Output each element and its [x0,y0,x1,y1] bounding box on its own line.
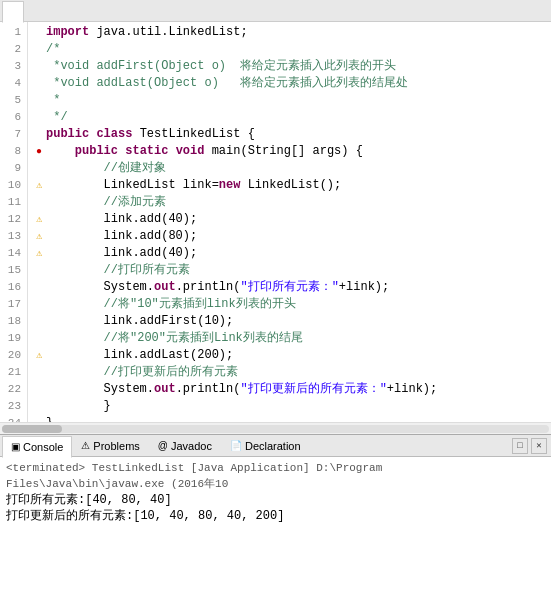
code-line: //添加元素 [32,194,551,211]
line-numbers: 1234567891011121314151617181920212223242… [0,22,28,422]
warning-icon: ⚠ [36,231,42,242]
code-token: * [46,93,60,107]
code-token: "打印更新后的所有元素：" [240,382,386,396]
code-token: +link); [387,382,437,396]
code-token: System. [46,280,154,294]
code-token: System. [46,382,154,396]
code-token: //打印所有元素 [46,263,190,277]
code-token: //打印更新后的所有元素 [46,365,238,379]
console-output-line: 打印更新后的所有元素:[10, 40, 80, 40, 200] [6,508,545,524]
close-panel-button[interactable]: ✕ [531,438,547,454]
editor-scrollbar[interactable] [0,422,551,434]
code-token: link.addLast(200); [46,348,233,362]
console-tab-label: Problems [93,440,139,452]
warning-icon: ⚠ [36,248,42,259]
code-token [168,144,175,158]
active-tab[interactable] [2,1,24,23]
code-line: ⚠ LinkedList link=new LinkedList(); [32,177,551,194]
code-token: static [125,144,168,158]
code-area: 1234567891011121314151617181920212223242… [0,22,551,422]
code-line: *void addLast(Object o) 将给定元素插入此列表的结尾处 [32,75,551,92]
code-line: //将"10"元素插到link列表的开头 [32,296,551,313]
code-line: //打印所有元素 [32,262,551,279]
code-token: link.addFirst(10); [46,314,233,328]
code-token: } [46,399,111,413]
code-line: //创建对象 [32,160,551,177]
editor-tab-bar [0,0,551,22]
breakpoint-icon: ● [36,146,42,157]
console-output-line: 打印所有元素:[40, 80, 40] [6,492,545,508]
code-line: *void addFirst(Object o) 将给定元素插入此列表的开头 [32,58,551,75]
code-lines[interactable]: import java.util.LinkedList;/* *void add… [28,22,551,422]
warning-icon: ⚠ [36,214,42,225]
code-token: .println( [176,382,241,396]
code-line: /* [32,41,551,58]
warning-icon: ⚠ [36,350,42,361]
minimize-button[interactable]: □ [512,438,528,454]
code-token: +link); [339,280,389,294]
code-line: ⚠ link.add(40); [32,211,551,228]
code-token: LinkedList(); [240,178,341,192]
code-token: *void addLast(Object o) 将给定元素插入此列表的结尾处 [46,76,408,90]
console-tab-icon: @ [158,440,168,451]
code-token: new [219,178,241,192]
console-tab-console[interactable]: ▣Console [2,436,72,458]
code-token: public [46,127,89,141]
code-line: //将"200"元素插到Link列表的结尾 [32,330,551,347]
code-line: ⚠ link.addLast(200); [32,347,551,364]
code-token: "打印所有元素：" [240,280,338,294]
code-line: link.addFirst(10); [32,313,551,330]
code-line: * [32,92,551,109]
code-token: link.add(40); [46,246,197,260]
code-line: System.out.println("打印所有元素："+link); [32,279,551,296]
code-line: ⚠ link.add(40); [32,245,551,262]
console-tab-declaration[interactable]: 📄Declaration [221,435,310,457]
code-token: TestLinkedList { [132,127,254,141]
code-line: ⚠ link.add(80); [32,228,551,245]
code-token: .println( [176,280,241,294]
code-token: //将"10"元素插到link列表的开头 [46,297,296,311]
console-content: <terminated> TestLinkedList [Java Applic… [0,457,551,600]
code-token: *void addFirst(Object o) 将给定元素插入此列表的开头 [46,59,396,73]
code-token: public [75,144,118,158]
code-line: } [32,398,551,415]
code-token: //将"200"元素插到Link列表的结尾 [46,331,303,345]
console-tab-bar: ▣Console⚠Problems@Javadoc📄Declaration□✕ [0,435,551,457]
console-tab-icon: ▣ [11,441,20,452]
code-token: out [154,382,176,396]
code-token: link.add(80); [46,229,197,243]
code-token: //添加元素 [46,195,166,209]
code-line: System.out.println("打印更新后的所有元素："+link); [32,381,551,398]
console-panel: ▣Console⚠Problems@Javadoc📄Declaration□✕ … [0,435,551,600]
editor: 1234567891011121314151617181920212223242… [0,22,551,435]
console-tab-icon: ⚠ [81,440,90,451]
code-line: public class TestLinkedList { [32,126,551,143]
code-token: java.util.LinkedList; [89,25,247,39]
code-token [46,144,75,158]
code-token: //创建对象 [46,161,166,175]
code-token: out [154,280,176,294]
console-tab-javadoc[interactable]: @Javadoc [149,435,221,457]
terminated-line: <terminated> TestLinkedList [Java Applic… [6,460,545,492]
code-line: import java.util.LinkedList; [32,24,551,41]
code-token: } [46,416,53,422]
code-line: //打印更新后的所有元素 [32,364,551,381]
code-token: link.add(40); [46,212,197,226]
warning-icon: ⚠ [36,180,42,191]
code-token: import [46,25,89,39]
code-token: void [176,144,205,158]
code-line: */ [32,109,551,126]
code-line: } [32,415,551,422]
code-token: /* [46,42,60,56]
code-token: class [96,127,132,141]
console-tab-label: Javadoc [171,440,212,452]
output-lines: 打印所有元素:[40, 80, 40]打印更新后的所有元素:[10, 40, 8… [6,492,545,524]
console-tab-icon: 📄 [230,440,242,451]
console-toolbar: □✕ [508,438,551,454]
console-tab-problems[interactable]: ⚠Problems [72,435,148,457]
code-token: */ [46,110,68,124]
code-token: main(String[] args) { [204,144,362,158]
code-token: LinkedList link= [46,178,219,192]
console-tab-label: Declaration [245,440,301,452]
code-line: ● public static void main(String[] args)… [32,143,551,160]
